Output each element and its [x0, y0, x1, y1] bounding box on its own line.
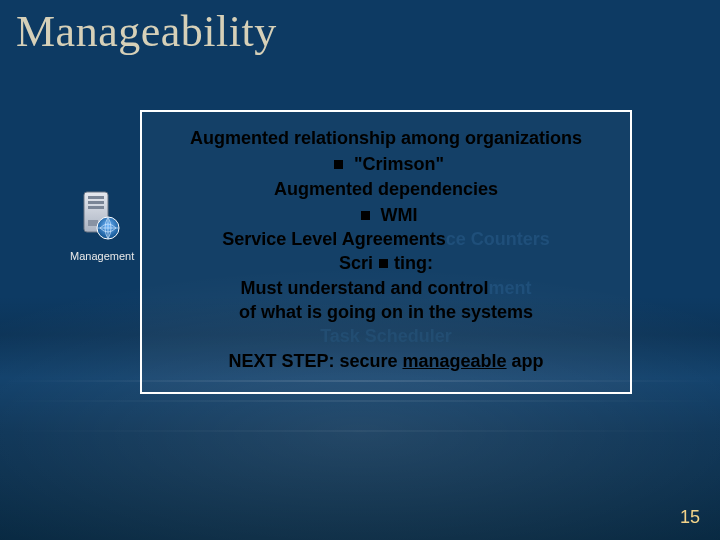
line-1: Augmented relationship among organizatio…	[152, 126, 620, 150]
line-5-faded: ce Counters	[446, 229, 550, 249]
slide-title: Manageability	[16, 6, 277, 57]
square-bullet-icon	[361, 211, 370, 220]
line-10: NEXT STEP: secure manageable app	[152, 349, 620, 373]
line-2-text: "Crimson"	[354, 154, 444, 174]
line-6: Scriting:	[152, 251, 620, 275]
line-3: Augmented dependencies	[152, 177, 620, 201]
icon-caption: Management	[70, 250, 130, 262]
svg-rect-3	[88, 206, 104, 209]
line-10-c: app	[507, 351, 544, 371]
content-box: Augmented relationship among organizatio…	[140, 110, 632, 394]
line-7-faded: ment	[489, 278, 532, 298]
line-9-faded: Task Scheduler	[320, 326, 452, 346]
server-icon	[78, 190, 122, 246]
svg-rect-4	[88, 220, 98, 226]
decor-wave	[0, 380, 720, 382]
decor-wave	[0, 400, 720, 402]
square-bullet-icon	[379, 259, 388, 268]
line-8: of what is going on in the systems	[152, 300, 620, 324]
svg-rect-1	[88, 196, 104, 199]
slide: Manageability	[0, 0, 720, 540]
line-6-b: ting:	[394, 253, 433, 273]
line-9: Task Scheduler	[152, 324, 620, 348]
svg-rect-2	[88, 201, 104, 204]
line-5: Service Level Agreementsce Counters	[152, 227, 620, 251]
line-7-main: Must understand and control	[240, 278, 488, 298]
square-bullet-icon	[334, 160, 343, 169]
line-4: WMI	[152, 203, 620, 227]
line-7: Must understand and controlment	[152, 276, 620, 300]
line-10-underline: manageable	[403, 351, 507, 371]
line-4-text: WMI	[381, 205, 418, 225]
line-6-a: Scri	[339, 253, 373, 273]
page-number: 15	[680, 507, 700, 528]
line-2: "Crimson"	[152, 152, 620, 176]
line-10-a: NEXT STEP: secure	[228, 351, 402, 371]
decor-wave	[0, 430, 720, 432]
management-icon-group: Management	[70, 190, 130, 262]
line-5-main: Service Level Agreements	[222, 229, 445, 249]
